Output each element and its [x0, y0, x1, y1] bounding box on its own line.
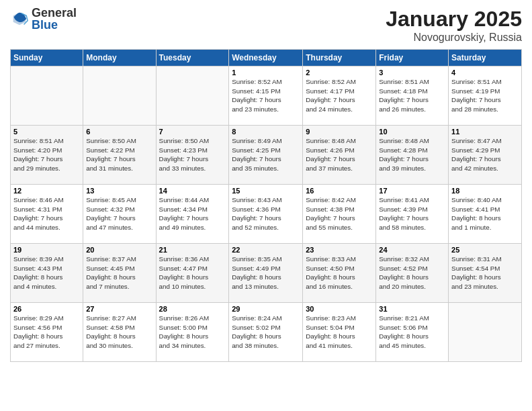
week-row-2: 12Sunrise: 8:46 AM Sunset: 4:31 PM Dayli… — [11, 185, 522, 244]
col-sunday: Sunday — [11, 50, 83, 66]
day-cell — [449, 303, 522, 362]
week-row-0: 1Sunrise: 8:52 AM Sunset: 4:15 PM Daylig… — [11, 66, 522, 126]
day-number: 18 — [451, 187, 519, 195]
day-number: 14 — [159, 187, 226, 195]
day-number: 19 — [13, 246, 80, 254]
day-cell: 23Sunrise: 8:33 AM Sunset: 4:50 PM Dayli… — [303, 244, 376, 303]
day-detail: Sunrise: 8:32 AM Sunset: 4:52 PM Dayligh… — [379, 255, 429, 290]
day-number: 22 — [232, 246, 300, 254]
day-cell: 8Sunrise: 8:49 AM Sunset: 4:25 PM Daylig… — [229, 126, 303, 185]
day-cell: 28Sunrise: 8:26 AM Sunset: 5:00 PM Dayli… — [156, 303, 229, 362]
day-detail: Sunrise: 8:43 AM Sunset: 4:36 PM Dayligh… — [232, 196, 282, 231]
day-detail: Sunrise: 8:37 AM Sunset: 4:45 PM Dayligh… — [86, 255, 136, 290]
day-cell: 9Sunrise: 8:48 AM Sunset: 4:26 PM Daylig… — [303, 126, 376, 185]
day-detail: Sunrise: 8:31 AM Sunset: 4:54 PM Dayligh… — [451, 255, 502, 290]
day-cell: 26Sunrise: 8:29 AM Sunset: 4:56 PM Dayli… — [11, 303, 83, 362]
day-detail: Sunrise: 8:41 AM Sunset: 4:39 PM Dayligh… — [379, 196, 429, 231]
day-number: 26 — [13, 305, 80, 313]
day-detail: Sunrise: 8:21 AM Sunset: 5:06 PM Dayligh… — [379, 314, 429, 349]
day-cell: 16Sunrise: 8:42 AM Sunset: 4:38 PM Dayli… — [303, 185, 376, 244]
logo-blue-text: Blue — [32, 19, 77, 31]
day-cell: 30Sunrise: 8:23 AM Sunset: 5:04 PM Dayli… — [303, 303, 376, 362]
day-number: 20 — [86, 246, 152, 254]
calendar-body: 1Sunrise: 8:52 AM Sunset: 4:15 PM Daylig… — [11, 66, 522, 362]
day-detail: Sunrise: 8:50 AM Sunset: 4:23 PM Dayligh… — [159, 137, 210, 172]
day-detail: Sunrise: 8:47 AM Sunset: 4:29 PM Dayligh… — [451, 137, 502, 172]
week-row-4: 26Sunrise: 8:29 AM Sunset: 4:56 PM Dayli… — [11, 303, 522, 362]
day-cell: 7Sunrise: 8:50 AM Sunset: 4:23 PM Daylig… — [156, 126, 229, 185]
day-cell: 31Sunrise: 8:21 AM Sunset: 5:06 PM Dayli… — [376, 303, 449, 362]
day-cell: 18Sunrise: 8:40 AM Sunset: 4:41 PM Dayli… — [449, 185, 522, 244]
logo: General Blue — [10, 7, 77, 31]
logo-text: General Blue — [32, 7, 77, 31]
day-detail: Sunrise: 8:35 AM Sunset: 4:49 PM Dayligh… — [232, 255, 282, 290]
day-cell: 2Sunrise: 8:52 AM Sunset: 4:17 PM Daylig… — [303, 66, 376, 126]
day-number: 28 — [159, 305, 226, 313]
day-cell: 5Sunrise: 8:51 AM Sunset: 4:20 PM Daylig… — [11, 126, 83, 185]
day-cell: 29Sunrise: 8:24 AM Sunset: 5:02 PM Dayli… — [229, 303, 303, 362]
day-detail: Sunrise: 8:42 AM Sunset: 4:38 PM Dayligh… — [306, 196, 356, 231]
day-cell — [156, 66, 229, 126]
day-cell: 24Sunrise: 8:32 AM Sunset: 4:52 PM Dayli… — [376, 244, 449, 303]
day-number: 21 — [159, 246, 226, 254]
day-cell: 3Sunrise: 8:51 AM Sunset: 4:18 PM Daylig… — [376, 66, 449, 126]
calendar-table: Sunday Monday Tuesday Wednesday Thursday… — [10, 49, 522, 362]
day-cell: 27Sunrise: 8:27 AM Sunset: 4:58 PM Dayli… — [83, 303, 156, 362]
day-number: 29 — [232, 305, 300, 313]
day-detail: Sunrise: 8:24 AM Sunset: 5:02 PM Dayligh… — [232, 314, 282, 349]
day-detail: Sunrise: 8:29 AM Sunset: 4:56 PM Dayligh… — [13, 314, 64, 349]
day-detail: Sunrise: 8:48 AM Sunset: 4:28 PM Dayligh… — [379, 137, 429, 172]
day-detail: Sunrise: 8:33 AM Sunset: 4:50 PM Dayligh… — [306, 255, 356, 290]
day-number: 7 — [159, 128, 226, 136]
day-cell: 1Sunrise: 8:52 AM Sunset: 4:15 PM Daylig… — [229, 66, 303, 126]
day-detail: Sunrise: 8:50 AM Sunset: 4:22 PM Dayligh… — [86, 137, 136, 172]
day-number: 12 — [13, 187, 80, 195]
col-wednesday: Wednesday — [229, 50, 303, 66]
day-detail: Sunrise: 8:27 AM Sunset: 4:58 PM Dayligh… — [86, 314, 136, 349]
day-number: 6 — [86, 128, 152, 136]
week-row-1: 5Sunrise: 8:51 AM Sunset: 4:20 PM Daylig… — [11, 126, 522, 185]
day-number: 24 — [379, 246, 445, 254]
day-cell: 6Sunrise: 8:50 AM Sunset: 4:22 PM Daylig… — [83, 126, 156, 185]
col-tuesday: Tuesday — [156, 50, 229, 66]
header-row: Sunday Monday Tuesday Wednesday Thursday… — [11, 50, 522, 66]
location-title: Novogurovskiy, Russia — [386, 32, 522, 44]
day-detail: Sunrise: 8:51 AM Sunset: 4:19 PM Dayligh… — [451, 78, 502, 113]
day-detail: Sunrise: 8:52 AM Sunset: 4:15 PM Dayligh… — [232, 78, 282, 113]
day-cell: 20Sunrise: 8:37 AM Sunset: 4:45 PM Dayli… — [83, 244, 156, 303]
calendar-header: Sunday Monday Tuesday Wednesday Thursday… — [11, 50, 522, 66]
day-number: 17 — [379, 187, 445, 195]
day-cell — [11, 66, 83, 126]
day-number: 11 — [451, 128, 519, 136]
day-cell: 12Sunrise: 8:46 AM Sunset: 4:31 PM Dayli… — [11, 185, 83, 244]
day-number: 15 — [232, 187, 300, 195]
day-detail: Sunrise: 8:40 AM Sunset: 4:41 PM Dayligh… — [451, 196, 502, 231]
day-detail: Sunrise: 8:23 AM Sunset: 5:04 PM Dayligh… — [306, 314, 356, 349]
day-number: 1 — [232, 68, 300, 77]
day-number: 10 — [379, 128, 445, 136]
day-detail: Sunrise: 8:39 AM Sunset: 4:43 PM Dayligh… — [13, 255, 64, 290]
day-number: 3 — [379, 68, 445, 77]
day-detail: Sunrise: 8:26 AM Sunset: 5:00 PM Dayligh… — [159, 314, 210, 349]
day-cell: 10Sunrise: 8:48 AM Sunset: 4:28 PM Dayli… — [376, 126, 449, 185]
day-cell: 13Sunrise: 8:45 AM Sunset: 4:32 PM Dayli… — [83, 185, 156, 244]
month-title: January 2025 — [386, 7, 522, 32]
logo-general-text: General — [32, 7, 77, 19]
day-number: 16 — [306, 187, 373, 195]
calendar-page: General Blue January 2025 Novogurovskiy,… — [0, 0, 532, 411]
day-detail: Sunrise: 8:36 AM Sunset: 4:47 PM Dayligh… — [159, 255, 210, 290]
day-detail: Sunrise: 8:48 AM Sunset: 4:26 PM Dayligh… — [306, 137, 356, 172]
day-detail: Sunrise: 8:49 AM Sunset: 4:25 PM Dayligh… — [232, 137, 282, 172]
day-cell: 19Sunrise: 8:39 AM Sunset: 4:43 PM Dayli… — [11, 244, 83, 303]
header: General Blue January 2025 Novogurovskiy,… — [10, 7, 522, 44]
day-detail: Sunrise: 8:52 AM Sunset: 4:17 PM Dayligh… — [306, 78, 356, 113]
day-number: 25 — [451, 246, 519, 254]
day-detail: Sunrise: 8:46 AM Sunset: 4:31 PM Dayligh… — [13, 196, 64, 231]
day-number: 31 — [379, 305, 445, 313]
day-cell: 21Sunrise: 8:36 AM Sunset: 4:47 PM Dayli… — [156, 244, 229, 303]
day-number: 23 — [306, 246, 373, 254]
col-thursday: Thursday — [303, 50, 376, 66]
day-detail: Sunrise: 8:45 AM Sunset: 4:32 PM Dayligh… — [86, 196, 136, 231]
day-number: 13 — [86, 187, 152, 195]
day-number: 5 — [13, 128, 80, 136]
